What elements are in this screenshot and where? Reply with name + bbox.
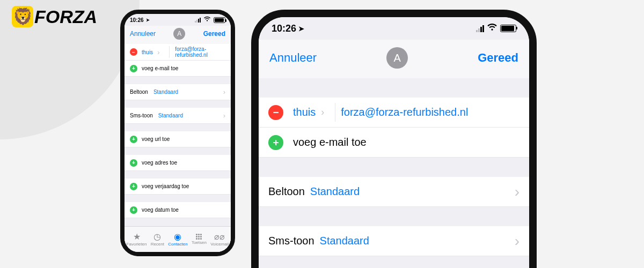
email-value[interactable]: forza@forza-refurbished.nl [175,46,225,58]
forza-wordmark: FORZA [34,6,97,27]
texttone-value: Standaard [320,235,369,247]
cancel-button[interactable]: Annuleer [269,51,317,65]
texttone-row[interactable]: Sms-toon Standaard › [259,226,529,256]
ringtone-value: Standaard [153,89,178,95]
ringtone-key: Beltoon [268,185,305,198]
contact-avatar[interactable]: A [173,28,185,40]
add-email-label: voeg e-mail toe [142,65,178,71]
tab-voicemail[interactable]: ⌀⌀ Voicemail [210,233,229,247]
add-icon: + [130,183,137,190]
add-icon: + [268,135,283,150]
clock-icon: ◷ [153,233,161,241]
tab-contacts[interactable]: ◉ Contacten [168,233,187,247]
ringtone-row[interactable]: Beltoon Standaard › [259,177,529,207]
phone-small: 10:26 ➤ Annuleer A Gereed − thuis [120,10,235,256]
add-date-row[interactable]: + voeg datum toe [125,202,231,218]
tab-recent[interactable]: ◷ Recent [151,233,164,247]
add-email-row[interactable]: + voeg e-mail toe [125,61,231,77]
location-icon: ➤ [298,25,304,33]
tab-keypad[interactable]: Toetsen [192,234,207,245]
done-button[interactable]: Gereed [203,30,225,38]
chevron-right-icon: › [515,234,519,249]
texttone-value: Standaard [158,113,183,118]
add-birthday-label: voeg verjaardag toe [142,183,189,189]
edit-contact-navbar: Annuleer A Gereed [125,26,231,44]
status-bar: 10:26 ➤ [259,17,529,40]
remove-icon[interactable]: − [130,48,137,56]
keypad-icon [196,234,202,240]
tab-label: Voicemail [210,242,229,247]
chevron-right-icon: › [223,112,225,119]
cancel-button[interactable]: Annuleer [130,30,156,38]
email-field-row[interactable]: − thuis › forza@forza-refurbished.nl [259,98,529,128]
texttone-key: Sms-toon [130,113,153,118]
tab-label: Recent [151,242,164,247]
contact-icon: ◉ [174,233,181,241]
remove-icon[interactable]: − [268,105,283,120]
wifi-icon [487,23,497,34]
add-email-label: voeg e-mail toe [293,136,367,148]
star-icon: ★ [133,233,141,241]
status-time: 10:26 [272,23,296,34]
phone-tabbar: ★ Favorieten ◷ Recent ◉ Contacten Toetse… [125,226,231,252]
ringtone-value: Standaard [310,185,360,198]
cellular-signal-icon [195,17,201,23]
forza-logo: 🦁 FORZA [12,3,97,30]
email-value[interactable]: forza@forza-refurbished.nl [341,106,468,118]
add-url-label: voeg url toe [142,136,170,142]
add-icon: + [130,206,137,214]
add-address-label: voeg adres toe [142,160,177,166]
add-date-label: voeg datum toe [142,207,179,213]
add-icon: + [130,65,137,72]
location-icon: ➤ [146,18,150,23]
voicemail-icon: ⌀⌀ [214,233,225,241]
forza-lion-icon: 🦁 [12,6,33,27]
add-birthday-row[interactable]: + voeg verjaardag toe [125,178,231,195]
tab-favorites[interactable]: ★ Favorieten [127,233,147,247]
tab-label: Toetsen [192,240,207,245]
tab-label: Contacten [168,242,187,247]
chevron-right-icon: › [157,48,159,56]
edit-contact-navbar: Annuleer A Gereed [259,40,529,78]
email-label[interactable]: thuis [142,49,153,55]
tab-label: Favorieten [127,242,147,247]
email-label[interactable]: thuis [293,106,316,118]
texttone-key: Sms-toon [268,235,314,247]
email-field-row[interactable]: − thuis › forza@forza-refurbished.nl [125,44,231,61]
add-email-row[interactable]: + voeg e-mail toe [259,128,529,158]
phone-large: 10:26 ➤ Annuleer A Gereed − thuis [251,10,537,268]
chevron-right-icon: › [223,88,225,95]
battery-icon [214,17,225,23]
add-icon: + [130,159,137,167]
wifi-icon [203,16,211,24]
cellular-signal-icon [476,25,484,32]
add-url-row[interactable]: + voeg url toe [125,131,231,147]
add-icon: + [130,136,137,143]
chevron-right-icon: › [321,107,324,118]
texttone-row[interactable]: Sms-toon Standaard › [125,108,231,124]
ringtone-key: Beltoon [130,89,148,95]
status-bar: 10:26 ➤ [125,14,231,26]
status-time: 10:26 [130,17,144,23]
battery-icon [500,25,516,32]
chevron-right-icon: › [515,184,519,199]
contact-avatar[interactable]: A [386,47,408,69]
done-button[interactable]: Gereed [478,51,518,65]
ringtone-row[interactable]: Beltoon Standaard › [125,84,231,100]
add-address-row[interactable]: + voeg adres toe [125,155,231,171]
